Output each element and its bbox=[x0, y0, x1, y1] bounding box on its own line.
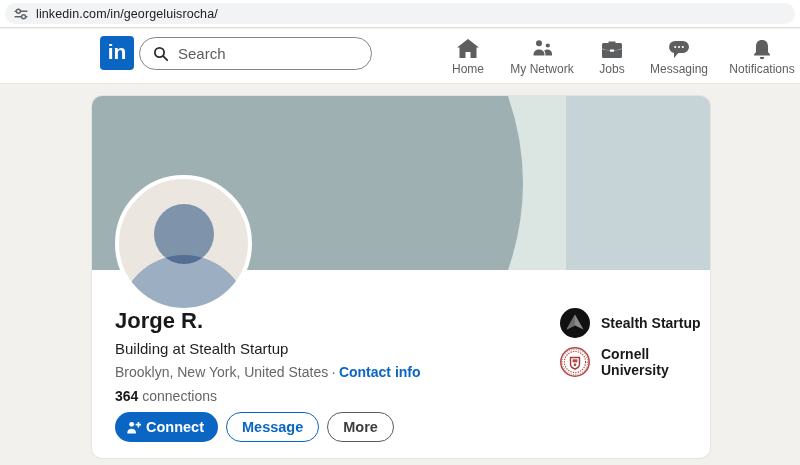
linkedin-logo[interactable]: in bbox=[100, 36, 134, 70]
stealth-startup-logo bbox=[560, 308, 590, 338]
nav-my-network-label: My Network bbox=[510, 62, 573, 76]
site-settings-icon[interactable] bbox=[14, 7, 28, 21]
connect-button-label: Connect bbox=[146, 419, 204, 435]
nav-jobs-label: Jobs bbox=[599, 62, 624, 76]
more-button[interactable]: More bbox=[327, 412, 394, 442]
message-button-label: Message bbox=[242, 419, 303, 435]
action-buttons: Connect Message More bbox=[115, 412, 394, 442]
browser-address-bar: linkedin.com/in/georgeluisrocha/ bbox=[0, 0, 800, 28]
connections-row[interactable]: 364 connections bbox=[115, 388, 217, 404]
search-input[interactable] bbox=[178, 45, 348, 62]
more-button-label: More bbox=[343, 419, 378, 435]
home-icon bbox=[456, 37, 480, 61]
nav-notifications[interactable]: Notifications bbox=[718, 34, 800, 76]
profile-headline: Building at Stealth Startup bbox=[115, 340, 288, 357]
location-row: Brooklyn, New York, United States·Contac… bbox=[115, 364, 421, 380]
page-background: Jorge R. Building at Stealth Startup Bro… bbox=[0, 85, 800, 465]
search-bar[interactable] bbox=[139, 37, 372, 70]
contact-info-link[interactable]: Contact info bbox=[339, 364, 421, 380]
nav-messaging[interactable]: Messaging bbox=[640, 34, 718, 76]
nav-notifications-label: Notifications bbox=[729, 62, 794, 76]
nav-jobs[interactable]: Jobs bbox=[584, 34, 640, 76]
separator-dot: · bbox=[331, 364, 336, 380]
current-company-link[interactable]: Stealth Startup bbox=[560, 308, 710, 338]
connections-label: connections bbox=[142, 388, 217, 404]
current-company-name: Stealth Startup bbox=[601, 315, 701, 331]
notifications-icon bbox=[750, 37, 774, 61]
nav-messaging-label: Messaging bbox=[650, 62, 708, 76]
search-icon bbox=[153, 46, 169, 62]
connections-count: 364 bbox=[115, 388, 138, 404]
person-add-icon bbox=[126, 420, 141, 435]
linkedin-header: in Home My Network bbox=[0, 29, 800, 84]
profile-name: Jorge R. bbox=[115, 308, 203, 334]
nav-home-label: Home bbox=[452, 62, 484, 76]
url-bar[interactable]: linkedin.com/in/georgeluisrocha/ bbox=[5, 3, 795, 24]
url-text[interactable]: linkedin.com/in/georgeluisrocha/ bbox=[36, 7, 218, 21]
profile-organizations: Stealth Startup Cornell University bbox=[560, 308, 710, 378]
cornell-university-logo bbox=[560, 347, 590, 377]
avatar-body-shape bbox=[119, 255, 249, 312]
education-name: Cornell University bbox=[601, 346, 710, 378]
education-link[interactable]: Cornell University bbox=[560, 346, 710, 378]
profile-photo-placeholder[interactable] bbox=[115, 175, 252, 312]
profile-location: Brooklyn, New York, United States bbox=[115, 364, 328, 380]
my-network-icon bbox=[530, 37, 554, 61]
global-nav: Home My Network Jobs bbox=[436, 34, 800, 76]
jobs-icon bbox=[600, 37, 624, 61]
profile-card: Jorge R. Building at Stealth Startup Bro… bbox=[92, 96, 710, 458]
nav-home[interactable]: Home bbox=[436, 34, 500, 76]
connect-button[interactable]: Connect bbox=[115, 412, 218, 442]
message-button[interactable]: Message bbox=[226, 412, 319, 442]
messaging-icon bbox=[667, 37, 691, 61]
nav-my-network[interactable]: My Network bbox=[500, 34, 584, 76]
